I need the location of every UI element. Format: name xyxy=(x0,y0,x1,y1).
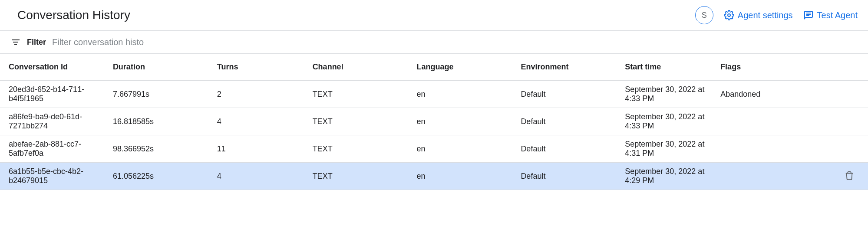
cell-environment: Default xyxy=(512,81,616,108)
test-agent-label: Test Agent xyxy=(817,10,858,20)
cell-start_time: September 30, 2022 at 4:29 PM xyxy=(616,163,712,190)
table-row[interactable]: 6a1b55-b5e-cbc-4b2-b2467901561.056225s4T… xyxy=(0,163,868,190)
agent-settings-button[interactable]: Agent settings xyxy=(724,10,793,20)
cell-turns: 2 xyxy=(208,81,304,108)
cell-language: en xyxy=(408,135,512,163)
col-header-language[interactable]: Language xyxy=(408,54,512,81)
cell-id: 6a1b55-b5e-cbc-4b2-b24679015 xyxy=(0,163,104,190)
filter-bar: Filter xyxy=(0,31,868,54)
avatar[interactable]: S xyxy=(695,6,713,24)
col-header-start-time[interactable]: Start time xyxy=(616,54,712,81)
svg-point-0 xyxy=(728,14,730,16)
cell-flags xyxy=(712,163,816,190)
table-row[interactable]: 20ed3d-652-b14-711-b4f5f19657.667991s2TE… xyxy=(0,81,868,108)
cell-id: 20ed3d-652-b14-711-b4f5f1965 xyxy=(0,81,104,108)
cell-actions xyxy=(816,135,868,163)
avatar-initial: S xyxy=(702,11,707,20)
cell-environment: Default xyxy=(512,108,616,135)
table-header-row: Conversation Id Duration Turns Channel L… xyxy=(0,54,868,81)
header: Conversation History S Agent settings Te… xyxy=(0,0,868,31)
cell-turns: 4 xyxy=(208,163,304,190)
cell-language: en xyxy=(408,108,512,135)
col-header-channel[interactable]: Channel xyxy=(304,54,408,81)
filter-input[interactable] xyxy=(52,37,165,47)
cell-channel: TEXT xyxy=(304,163,408,190)
col-header-turns[interactable]: Turns xyxy=(208,54,304,81)
cell-language: en xyxy=(408,163,512,190)
cell-duration: 16.818585s xyxy=(104,108,208,135)
cell-flags xyxy=(712,108,816,135)
cell-flags: Abandoned xyxy=(712,81,816,108)
cell-duration: 7.667991s xyxy=(104,81,208,108)
cell-channel: TEXT xyxy=(304,135,408,163)
cell-language: en xyxy=(408,81,512,108)
cell-id: abefae-2ab-881-cc7-5afb7ef0a xyxy=(0,135,104,163)
cell-duration: 61.056225s xyxy=(104,163,208,190)
gear-icon xyxy=(724,10,734,20)
table-row[interactable]: a86fe9-ba9-de0-61d-7271bb27416.818585s4T… xyxy=(0,108,868,135)
page-title: Conversation History xyxy=(17,8,130,22)
col-header-flags[interactable]: Flags xyxy=(712,54,816,81)
filter-label: Filter xyxy=(27,38,46,47)
cell-channel: TEXT xyxy=(304,108,408,135)
col-header-id[interactable]: Conversation Id xyxy=(0,54,104,81)
table-row[interactable]: abefae-2ab-881-cc7-5afb7ef0a98.366952s11… xyxy=(0,135,868,163)
col-header-actions xyxy=(816,54,868,81)
cell-environment: Default xyxy=(512,135,616,163)
agent-settings-label: Agent settings xyxy=(738,10,793,20)
cell-actions xyxy=(816,81,868,108)
cell-environment: Default xyxy=(512,163,616,190)
cell-actions xyxy=(816,163,868,190)
delete-button[interactable] xyxy=(843,169,856,183)
trash-icon xyxy=(845,171,854,180)
cell-start_time: September 30, 2022 at 4:33 PM xyxy=(616,108,712,135)
filter-icon[interactable] xyxy=(10,37,21,47)
cell-flags xyxy=(712,135,816,163)
test-agent-button[interactable]: Test Agent xyxy=(803,10,858,20)
cell-channel: TEXT xyxy=(304,81,408,108)
cell-actions xyxy=(816,108,868,135)
cell-start_time: September 30, 2022 at 4:31 PM xyxy=(616,135,712,163)
cell-turns: 4 xyxy=(208,108,304,135)
cell-start_time: September 30, 2022 at 4:33 PM xyxy=(616,81,712,108)
cell-id: a86fe9-ba9-de0-61d-7271bb274 xyxy=(0,108,104,135)
header-actions: S Agent settings Test Agent xyxy=(695,6,858,24)
col-header-duration[interactable]: Duration xyxy=(104,54,208,81)
cell-turns: 11 xyxy=(208,135,304,163)
col-header-environment[interactable]: Environment xyxy=(512,54,616,81)
chat-icon xyxy=(803,10,814,20)
conversation-table: Conversation Id Duration Turns Channel L… xyxy=(0,54,868,190)
cell-duration: 98.366952s xyxy=(104,135,208,163)
